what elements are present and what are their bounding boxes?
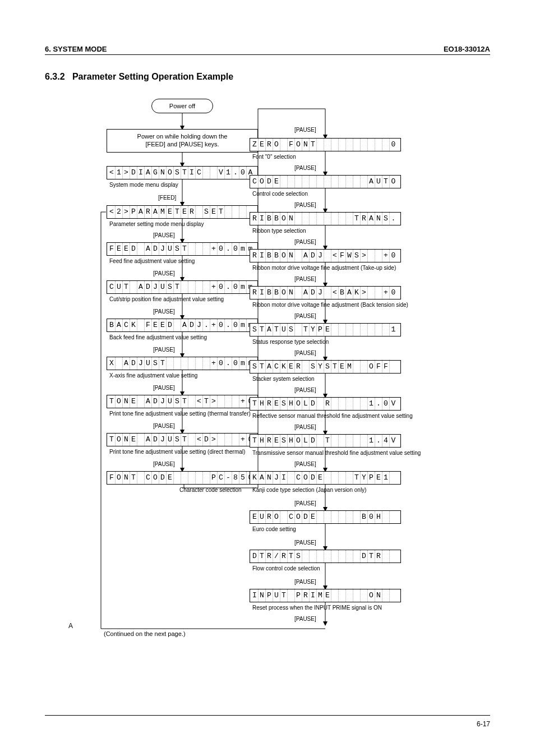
label-dtr: Flow control code selection — [252, 565, 320, 571]
lcd-backfeed-adj: BACK FEED ADJ.+0.0mm — [107, 319, 258, 332]
key-pause-r6: [PAUSE] — [294, 350, 316, 356]
lcd-tone-t: TONE ADJUST <T> +0 — [107, 395, 258, 408]
flow-diagram: Power off Power on while holding down th… — [45, 98, 490, 670]
label-feed: Feed fine adjustment value setting — [109, 258, 195, 264]
key-pause-r5: [PAUSE] — [294, 313, 316, 319]
label-param: Parameter setting mode menu display — [109, 221, 204, 227]
label-rbak: Ribbon motor drive voltage fine adjustme… — [252, 302, 443, 308]
footer-rule — [45, 715, 490, 716]
label-euro: Euro code setting — [252, 526, 296, 532]
key-pause-6: [PAUSE] — [153, 423, 175, 429]
label-tht: Transmissive sensor manual threshold fin… — [252, 450, 449, 456]
lcd-status-type: STATUS TYPE 1 — [250, 323, 401, 336]
key-pause-r1: [PAUSE] — [294, 165, 316, 171]
continued-note: (Continued on the next page.) — [104, 630, 186, 637]
lcd-font-code: FONT CODE PC-850 — [107, 471, 258, 485]
key-feed-1: [FEED] — [158, 195, 176, 201]
label-stacker: Stacker system selection — [252, 376, 315, 382]
lcd-cut-adj: CUT ADJUST +0.0mm — [107, 280, 258, 294]
label-code: Control code selection — [252, 191, 308, 197]
label-toned: Print tone fine adjustment value setting… — [109, 449, 261, 455]
key-pause-r4: [PAUSE] — [294, 276, 316, 282]
label-back: Back feed fine adjustment value setting — [109, 334, 207, 340]
label-rfws: Ribbon motor drive voltage fine adjustme… — [252, 265, 432, 271]
power-on-box: Power on while holding down the [FEED] a… — [107, 129, 258, 153]
key-pause-r9: [PAUSE] — [294, 461, 316, 467]
key-pause-r3: [PAUSE] — [294, 239, 316, 245]
label-thr: Reflective sensor manual threshold fine … — [252, 413, 443, 419]
lcd-diagnostic: <1>DIAGNOSTIC V1.0A — [107, 166, 258, 179]
lcd-ribbon-bak: RIBBON ADJ <BAK> +0 — [250, 286, 401, 299]
lcd-threshold-r: THRESHOLD R 1.0V — [250, 397, 401, 411]
key-pause-r2: [PAUSE] — [294, 202, 316, 208]
lcd-parameter-set: <2>PARAMETER SET — [107, 205, 258, 219]
lcd-input-prime: INPUT PRIME ON — [250, 589, 401, 602]
lcd-dtr-rts: DTR/RTS DTR — [250, 550, 401, 563]
lcd-zero-font: ZERO FONT 0 — [250, 138, 401, 151]
key-pause-3: [PAUSE] — [153, 308, 175, 315]
label-font: Character code selection — [179, 487, 242, 493]
key-pause-2: [PAUSE] — [153, 270, 175, 276]
key-pause-r10: [PAUSE] — [294, 500, 316, 506]
key-pause-r8: [PAUSE] — [294, 424, 316, 430]
key-pause-4: [PAUSE] — [153, 347, 175, 353]
key-pause-r7: [PAUSE] — [294, 387, 316, 393]
return-anchor-a: A — [68, 622, 73, 630]
label-ribbon: Ribbon type selection — [252, 228, 306, 234]
key-pause-r0: [PAUSE] — [294, 127, 316, 133]
label-zero: Font "0" selection — [252, 154, 296, 160]
lcd-code: CODE AUTO — [250, 175, 401, 188]
label-sysmode: System mode menu display — [109, 182, 178, 188]
key-pause-1: [PAUSE] — [153, 232, 175, 238]
header-rule — [45, 54, 490, 55]
label-cut: Cut/strip position fine adjustment value… — [109, 296, 224, 302]
lcd-kanji: KANJI CODE TYPE1 — [250, 471, 401, 485]
key-pause-7: [PAUSE] — [153, 461, 175, 467]
section-title: 6.3.2 Parameter Setting Operation Exampl… — [45, 72, 490, 82]
header-left: 6. SYSTEM MODE — [45, 45, 107, 53]
lcd-euro: EURO CODE B0H — [250, 510, 401, 524]
lcd-tone-d: TONE ADJUST <D> +0 — [107, 433, 258, 446]
label-tonet: Print tone fine adjustment value setting… — [109, 411, 261, 417]
lcd-x-adj: X ADJUST +0.0mm — [107, 357, 258, 370]
key-pause-r11: [PAUSE] — [294, 540, 316, 546]
label-kanji: Kanji code type selection (Japan version… — [252, 487, 432, 493]
lcd-ribbon: RIBBON TRANS. — [250, 212, 401, 225]
label-x: X-axis fine adjustment value setting — [109, 372, 197, 379]
header-right: EO18-33012A — [444, 45, 490, 53]
key-pause-r13: [PAUSE] — [294, 616, 316, 622]
lcd-feed-adj: FEED ADJUST +0.0mm — [107, 242, 258, 256]
label-status: Status response type selection — [252, 339, 329, 345]
lcd-threshold-t: THRESHOLD T 1.4V — [250, 434, 401, 448]
lcd-ribbon-fws: RIBBON ADJ <FWS> +0 — [250, 249, 401, 262]
key-pause-r12: [PAUSE] — [294, 579, 316, 585]
power-off: Power off — [151, 99, 213, 113]
key-pause-5: [PAUSE] — [153, 385, 175, 391]
lcd-stacker: STACKER SYSTEM OFF — [250, 360, 401, 374]
label-prime: Reset process when the INPUT PRIME signa… — [252, 605, 432, 611]
page-number: 6-17 — [477, 720, 490, 728]
